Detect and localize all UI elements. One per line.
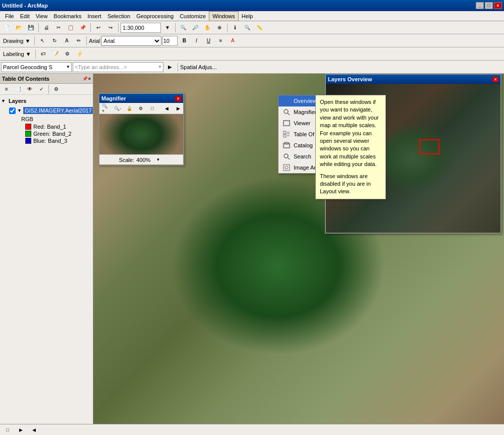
font-select[interactable]: Arial xyxy=(101,36,161,46)
status-btn1[interactable]: □ xyxy=(2,424,13,436)
geocode-source-dropdown[interactable]: Parcel Geocoding S ▼ xyxy=(1,62,72,72)
mag-next[interactable]: ▶ xyxy=(173,103,184,114)
menu-customize[interactable]: Customize xyxy=(177,11,209,21)
viewer-menu-icon xyxy=(283,119,291,127)
catalog-menu-icon xyxy=(283,141,291,149)
map-view[interactable]: Magnifier × 🔍+ 🔍- 🔒 ⚙ □ ◀ ▶ Scale: 400% … xyxy=(93,74,504,424)
main-layout: Table Of Contents 📌 × ≡ 📑 👁 ✓ ⚙ ▼ Layers… xyxy=(0,74,504,424)
magnifier-menu-label: Magnifier xyxy=(294,109,316,115)
full-extent-button[interactable]: ⊕ xyxy=(214,22,225,33)
menu-view[interactable]: View xyxy=(33,11,51,21)
mag-zoom-in[interactable]: 🔍+ xyxy=(100,103,111,114)
layer-name[interactable]: GIS2.IMAGERY.Aerial2017 xyxy=(23,107,93,114)
italic-button[interactable]: I xyxy=(191,35,202,46)
print-button[interactable]: 🖨 xyxy=(41,22,52,33)
label-tool4[interactable]: ⚡ xyxy=(74,48,85,60)
toc-selection-view[interactable]: ✓ xyxy=(36,84,47,95)
toc-option[interactable]: ⚙ xyxy=(50,84,62,95)
menu-bar: File Edit View Bookmarks Insert Selectio… xyxy=(0,11,504,21)
overview-close-button[interactable]: × xyxy=(492,77,498,82)
align-left[interactable]: ≡ xyxy=(215,35,226,46)
labeling-label: Labeling ▼ xyxy=(1,51,33,57)
toolbar-labeling: Labeling ▼ 🏷 📝 ⚙ ⚡ xyxy=(0,47,504,61)
svg-rect-14 xyxy=(284,165,290,171)
menu-help[interactable]: Help xyxy=(239,11,256,21)
toolbar-standard: 📄 📂 💾 🖨 ✂ 📋 📌 ↩ ↪ 1:30,000 ▼ 🔍 🔎 ✋ ⊕ ℹ 🔍… xyxy=(0,21,504,34)
status-btn2[interactable]: ▶ xyxy=(15,424,26,436)
pan-button[interactable]: ✋ xyxy=(202,22,213,33)
cut-button[interactable]: ✂ xyxy=(53,22,64,33)
mag-option1[interactable]: ⚙ xyxy=(135,103,146,114)
menu-geoprocessing[interactable]: Geoprocessing xyxy=(133,11,177,21)
svg-point-15 xyxy=(285,166,288,169)
copy-button[interactable]: 📋 xyxy=(65,22,76,33)
sep5 xyxy=(227,23,228,32)
magnifier-close-button[interactable]: × xyxy=(175,96,181,101)
magnifier-toolbar: 🔍+ 🔍- 🔒 ⚙ □ ◀ ▶ xyxy=(99,103,183,114)
toc-source-view[interactable]: 📑 xyxy=(13,84,24,95)
mag-scale-dropdown[interactable]: ▼ xyxy=(152,154,163,166)
green-label: Green: xyxy=(33,131,50,137)
mag-option2[interactable]: □ xyxy=(147,103,158,114)
sep4 xyxy=(175,23,176,32)
svg-point-2 xyxy=(284,110,288,114)
draw-tool[interactable]: ✏ xyxy=(73,35,84,46)
scale-input[interactable]: 1:30,000 xyxy=(121,23,161,33)
layers-expand-icon[interactable]: ▼ xyxy=(1,98,6,103)
find-button[interactable]: 🔍 xyxy=(242,22,253,33)
toc-menu-icon xyxy=(283,130,291,138)
rotate-tool[interactable]: ↻ xyxy=(49,35,60,46)
svg-rect-4 xyxy=(284,121,290,126)
minimize-button[interactable]: _ xyxy=(476,2,484,9)
geocode-toolbar: Parcel Geocoding S ▼ <Type an address...… xyxy=(0,61,504,74)
menu-selection[interactable]: Selection xyxy=(104,11,133,21)
undo-button[interactable]: ↩ xyxy=(93,22,104,33)
toc-list-view[interactable]: ≡ xyxy=(1,84,12,95)
menu-bookmarks[interactable]: Bookmarks xyxy=(50,11,84,21)
new-button[interactable]: 📄 xyxy=(1,22,12,33)
toc-visibility-view[interactable]: 👁 xyxy=(24,84,35,95)
close-button[interactable]: × xyxy=(494,2,502,9)
label-tool2[interactable]: 📝 xyxy=(50,48,61,60)
text-tool[interactable]: A xyxy=(61,35,72,46)
status-btn3[interactable]: ◀ xyxy=(28,424,39,436)
geocode-address-input[interactable]: <Type an address...> ▼ xyxy=(73,62,163,72)
identify-button[interactable]: ℹ xyxy=(230,22,241,33)
toc-toolbar: ≡ 📑 👁 ✓ ⚙ xyxy=(0,84,93,95)
mag-zoom-out[interactable]: 🔍- xyxy=(112,103,123,114)
menu-file[interactable]: File xyxy=(2,11,17,21)
menu-windows[interactable]: Windows xyxy=(209,11,239,21)
label-tool1[interactable]: 🏷 xyxy=(38,48,49,60)
menu-edit[interactable]: Edit xyxy=(17,11,33,21)
font-size-input[interactable] xyxy=(162,36,178,46)
layer-checkbox[interactable] xyxy=(9,107,16,114)
magnifier-title-bar: Magnifier × xyxy=(99,94,183,103)
zoom-out-button[interactable]: 🔎 xyxy=(190,22,201,33)
font-color[interactable]: A xyxy=(227,35,238,46)
redo-button[interactable]: ↪ xyxy=(105,22,116,33)
layer-expand-icon[interactable]: ▼ xyxy=(17,108,22,113)
font-dropdown-wrapper: Arial xyxy=(101,36,161,46)
menu-insert[interactable]: Insert xyxy=(84,11,104,21)
label-tool3[interactable]: ⚙ xyxy=(62,48,73,60)
zoom-in-button[interactable]: 🔍 xyxy=(178,22,189,33)
toc-pin-button[interactable]: 📌 xyxy=(82,76,88,81)
measure-button[interactable]: 📏 xyxy=(254,22,265,33)
arrow-tool[interactable]: ↖ xyxy=(37,35,48,46)
save-button[interactable]: 💾 xyxy=(25,22,36,33)
overview-extent-rectangle xyxy=(419,139,439,154)
mag-prev[interactable]: ◀ xyxy=(161,103,172,114)
scale-dropdown[interactable]: ▼ xyxy=(162,22,173,33)
sep9 xyxy=(178,63,178,72)
paste-button[interactable]: 📌 xyxy=(77,22,88,33)
maximize-button[interactable]: □ xyxy=(485,2,493,9)
toc-close-button[interactable]: × xyxy=(88,76,91,81)
overview-title-label: Layers Overview xyxy=(328,76,372,82)
bold-button[interactable]: B xyxy=(179,35,190,46)
underline-button[interactable]: U xyxy=(203,35,214,46)
svg-rect-5 xyxy=(284,131,286,134)
geocode-go-button[interactable]: ▶ xyxy=(164,62,176,73)
open-button[interactable]: 📂 xyxy=(13,22,24,33)
layers-expand-row: ▼ Layers xyxy=(1,96,92,106)
mag-lock[interactable]: 🔒 xyxy=(124,103,135,114)
